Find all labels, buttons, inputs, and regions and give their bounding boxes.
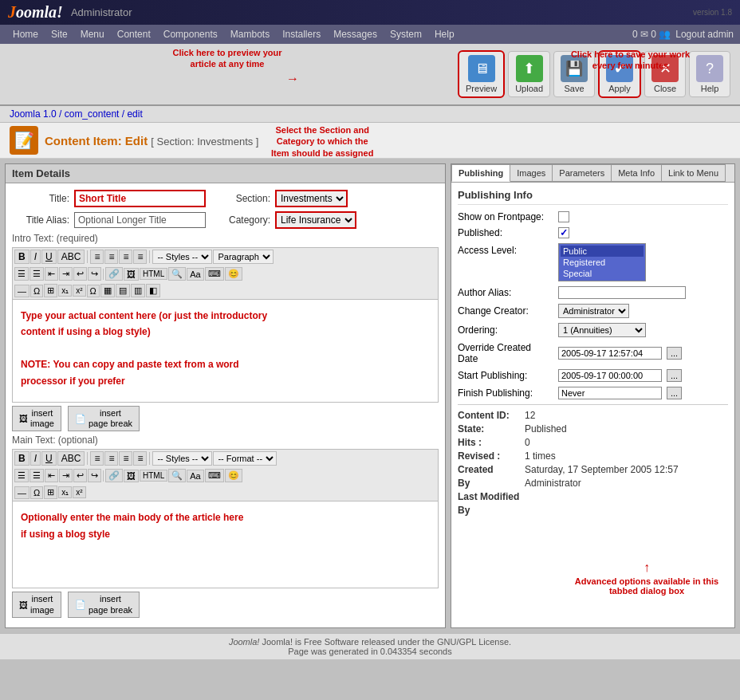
- smiley-btn[interactable]: 😊: [225, 267, 242, 281]
- m-list1[interactable]: ☰: [14, 469, 29, 482]
- align-justify[interactable]: ≡: [133, 250, 147, 264]
- tab-link-to-menu[interactable]: Link to Menu: [662, 164, 726, 182]
- nav-mambots[interactable]: Mambots: [224, 27, 276, 41]
- finish-publishing-browse[interactable]: ...: [667, 387, 682, 399]
- main-styles[interactable]: -- Styles --: [152, 451, 212, 466]
- list-unordered[interactable]: ☰: [14, 267, 29, 281]
- category-select[interactable]: Life Insurance: [275, 211, 356, 229]
- nav-system[interactable]: System: [384, 27, 428, 41]
- misc-btn3[interactable]: ▤: [116, 284, 130, 297]
- nav-help[interactable]: Help: [428, 27, 461, 41]
- finish-publishing-input[interactable]: [558, 387, 662, 399]
- m-indent2[interactable]: ⇥: [59, 469, 73, 482]
- m-undo[interactable]: ↩: [73, 469, 87, 482]
- m-sup[interactable]: x²: [73, 486, 85, 498]
- indent-left[interactable]: ⇤: [45, 267, 58, 281]
- breadcrumb-joomla[interactable]: Joomla 1.0 / com_content / edit: [10, 108, 143, 120]
- list-ordered[interactable]: ☰: [30, 267, 44, 281]
- align-center[interactable]: ≡: [104, 250, 118, 264]
- access-public[interactable]: Public: [561, 246, 644, 257]
- m-link[interactable]: 🔗: [105, 469, 123, 482]
- insert-image-button[interactable]: 🖼 insertimage: [12, 406, 61, 431]
- more-btn2[interactable]: Aa: [187, 268, 203, 281]
- m-table[interactable]: ⊞: [44, 486, 57, 499]
- main-align-r[interactable]: ≡: [119, 451, 132, 466]
- redo-btn[interactable]: ↪: [88, 267, 101, 281]
- m-indent1[interactable]: ⇤: [45, 469, 58, 482]
- misc-btn5[interactable]: ◧: [146, 284, 160, 297]
- insert-page-break-button[interactable]: 📄 insertpage break: [68, 406, 140, 431]
- tab-images[interactable]: Images: [510, 164, 553, 182]
- misc-btn1[interactable]: Ω: [87, 285, 100, 297]
- bold-button[interactable]: B: [14, 250, 30, 264]
- strikethrough-button[interactable]: ABC: [57, 250, 85, 264]
- align-right[interactable]: ≡: [119, 250, 132, 264]
- special-btn[interactable]: Ω: [30, 285, 43, 297]
- main-align-j[interactable]: ≡: [133, 451, 147, 466]
- misc-btn4[interactable]: ▥: [131, 284, 145, 297]
- format-select[interactable]: Paragraph: [213, 250, 274, 264]
- title-input[interactable]: [74, 190, 206, 207]
- logout-button[interactable]: Logout admin: [675, 29, 734, 40]
- m-html[interactable]: HTML: [140, 470, 167, 482]
- override-date-browse[interactable]: ...: [667, 347, 682, 360]
- start-publishing-browse[interactable]: ...: [667, 369, 682, 382]
- published-checkbox[interactable]: ✓: [558, 227, 569, 238]
- html-btn[interactable]: HTML: [140, 268, 167, 280]
- m-img[interactable]: 🖼: [124, 470, 139, 482]
- m-omega[interactable]: Ω: [30, 486, 43, 499]
- main-format[interactable]: -- Format --: [213, 451, 277, 466]
- override-date-input[interactable]: [558, 347, 662, 360]
- upload-button[interactable]: ⬆ Upload: [508, 51, 550, 97]
- m-misc1[interactable]: 🔍: [168, 469, 186, 482]
- more-btn1[interactable]: 🔍: [168, 267, 186, 281]
- preview-button[interactable]: 🖥 Preview: [458, 50, 505, 98]
- m-sub[interactable]: x₁: [58, 486, 72, 498]
- main-bold[interactable]: B: [14, 451, 30, 466]
- link-btn[interactable]: 🔗: [105, 267, 123, 281]
- nav-site[interactable]: Site: [45, 27, 74, 41]
- m-misc3[interactable]: ⌨: [205, 469, 224, 482]
- tab-meta-info[interactable]: Meta Info: [612, 164, 662, 182]
- align-left[interactable]: ≡: [90, 250, 104, 264]
- access-level-listbox[interactable]: Public Registered Special: [558, 243, 646, 281]
- ordering-select[interactable]: 1 (Annuities): [558, 323, 646, 337]
- main-insert-image-button[interactable]: 🖼 insertimage: [12, 592, 61, 617]
- table-btn[interactable]: ⊞: [44, 284, 57, 297]
- start-publishing-input[interactable]: [558, 369, 662, 382]
- author-alias-input[interactable]: [558, 286, 686, 299]
- italic-button[interactable]: I: [30, 250, 41, 264]
- main-italic[interactable]: I: [30, 451, 41, 466]
- main-editor-area[interactable]: Optionally enter the main body of the ar…: [12, 501, 439, 588]
- m-misc2[interactable]: Aa: [187, 470, 203, 482]
- nav-messages[interactable]: Messages: [327, 27, 384, 41]
- change-creator-select[interactable]: Administrator: [558, 304, 629, 318]
- m-smiley[interactable]: 😊: [225, 469, 242, 482]
- more-btn3[interactable]: ⌨: [205, 267, 224, 281]
- access-registered[interactable]: Registered: [561, 257, 644, 268]
- main-insert-break-button[interactable]: 📄 insertpage break: [68, 592, 140, 617]
- undo-btn[interactable]: ↩: [73, 267, 87, 281]
- sup-btn[interactable]: x²: [73, 285, 85, 297]
- m-redo[interactable]: ↪: [88, 469, 101, 482]
- section-select[interactable]: Investments: [275, 190, 348, 207]
- hr-btn[interactable]: —: [14, 285, 30, 297]
- main-underline[interactable]: U: [41, 451, 57, 466]
- tab-publishing[interactable]: Publishing: [451, 164, 510, 182]
- nav-menu[interactable]: Menu: [74, 27, 111, 41]
- alias-input[interactable]: [74, 212, 206, 228]
- sub-btn[interactable]: x₁: [58, 285, 72, 297]
- show-frontpage-checkbox[interactable]: [558, 211, 569, 222]
- nav-content[interactable]: Content: [111, 27, 157, 41]
- styles-select[interactable]: -- Styles --: [152, 250, 212, 264]
- underline-button[interactable]: U: [41, 250, 57, 264]
- misc-btn2[interactable]: ▦: [100, 284, 115, 297]
- m-hr[interactable]: —: [14, 486, 30, 499]
- img-btn[interactable]: 🖼: [124, 268, 139, 281]
- tab-parameters[interactable]: Parameters: [553, 164, 612, 182]
- access-special[interactable]: Special: [561, 268, 644, 279]
- main-align-l[interactable]: ≡: [90, 451, 104, 466]
- indent-right[interactable]: ⇥: [59, 267, 73, 281]
- nav-installers[interactable]: Installers: [276, 27, 327, 41]
- intro-editor-area[interactable]: Type your actual content here (or just t…: [12, 299, 439, 403]
